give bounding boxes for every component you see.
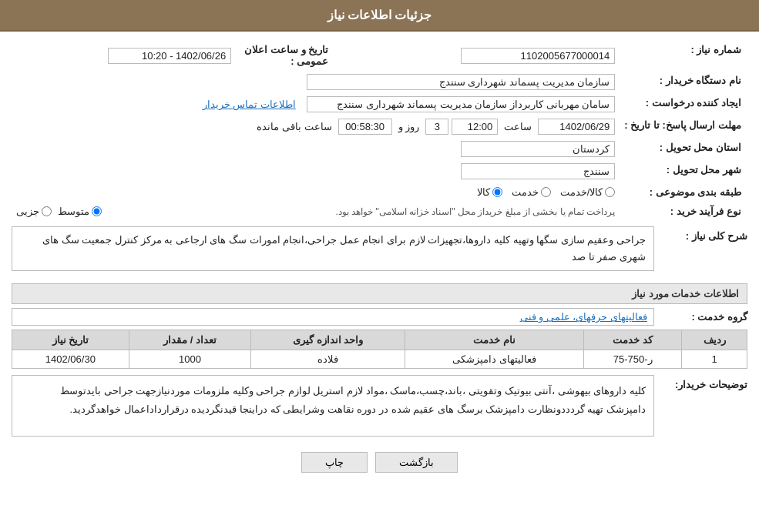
main-content: شماره نیاز : 1102005677000014 تاریخ و سا…: [0, 32, 759, 488]
announcement-date-value: 1402/06/26 - 10:20: [108, 48, 231, 64]
back-button[interactable]: بازگشت: [375, 452, 458, 473]
group-service-row: گروه خدمت : فعالیتهای حرفهای، علمی و فنی: [12, 308, 747, 326]
process-option-motavasset: متوسط: [58, 206, 102, 217]
table-cell-service_code: ر-750-75: [584, 350, 682, 369]
time-label: ساعت: [501, 121, 535, 132]
creator-value: سامان مهربانی کاربرداز سازمان مدیریت پسم…: [307, 96, 615, 112]
category-cell: کالا/خدمت خدمت کالا: [13, 183, 618, 201]
process-type-row: پرداخت تمام یا بخشی از مبلغ خریداز محل "…: [16, 206, 615, 217]
process-label-jozee: جزیی: [16, 206, 39, 217]
buyer-notes-row: توضیحات خریدار: کلیه داروهای بیهوشی ،آنت…: [12, 375, 747, 444]
category-radio-khedmat[interactable]: [541, 187, 551, 197]
response-days: 3: [425, 119, 448, 135]
services-table-section: ردیف کد خدمت نام خدمت واحد اندازه گیری ت…: [12, 330, 747, 369]
services-table: ردیف کد خدمت نام خدمت واحد اندازه گیری ت…: [12, 330, 747, 369]
creator-cell: سامان مهربانی کاربرداز سازمان مدیریت پسم…: [13, 94, 618, 115]
category-option-khedmat: خدمت: [512, 186, 551, 198]
services-section-title: اطلاعات خدمات مورد نیاز: [12, 283, 747, 304]
process-radio-motavasset[interactable]: [92, 206, 102, 216]
remaining-label: ساعت باقی مانده: [254, 121, 334, 132]
need-number-cell: 1102005677000014: [334, 41, 618, 70]
process-note: پرداخت تمام یا بخشی از مبلغ خریداز محل "…: [108, 206, 615, 217]
response-countdown: 00:58:30: [338, 119, 392, 135]
table-cell-quantity: 1000: [129, 350, 251, 369]
table-row: 1ر-750-75فعالیتهای دامپزشکیفلاده10001402…: [12, 350, 747, 369]
need-number-value: 1102005677000014: [461, 48, 615, 64]
process-cell: پرداخت تمام یا بخشی از مبلغ خریداز محل "…: [13, 202, 618, 220]
col-service-code: کد خدمت: [584, 330, 682, 350]
province-value: کردستان: [461, 141, 615, 157]
city-label: شهر محل تحویل :: [620, 161, 746, 182]
need-description-label: شرح کلی نیاز :: [659, 226, 747, 242]
buttons-row: بازگشت چاپ: [12, 452, 747, 473]
date-inline: 1402/06/29 ساعت 12:00 3 روز و 00:58:30 س…: [16, 119, 615, 135]
creator-label: ایجاد کننده درخواست :: [620, 94, 746, 115]
process-label-motavasset: متوسط: [58, 206, 89, 217]
table-cell-service_name: فعالیتهای دامپزشکی: [405, 350, 584, 369]
response-date: 1402/06/29: [538, 119, 615, 135]
process-radio-jozee[interactable]: [42, 206, 52, 216]
province-label: استان محل تحویل :: [620, 139, 746, 159]
days-label: روز و: [395, 121, 423, 132]
page-title: جزئیات اطلاعات نیاز: [327, 8, 432, 22]
category-label-kala-khedmat: کالا/خدمت: [560, 186, 603, 198]
need-number-label: شماره نیاز :: [620, 41, 746, 70]
print-button[interactable]: چاپ: [301, 452, 368, 473]
need-description-value: جراحی وعقیم سازی سگها وتهیه کلیه داروها،…: [42, 234, 646, 263]
city-value: سنندج: [461, 163, 615, 179]
buyer-notes-box: کلیه داروهای بیهوشی ،آنتی بیوتیک وتقویتی…: [12, 375, 654, 437]
need-description-row: شرح کلی نیاز : جراحی وعقیم سازی سگها وته…: [12, 226, 747, 277]
category-radio-kala-khedmat[interactable]: [605, 187, 615, 197]
category-option-kala-khedmat: کالا/خدمت: [560, 186, 616, 198]
main-info-table: شماره نیاز : 1102005677000014 تاریخ و سا…: [12, 39, 747, 222]
process-option-jozee: جزیی: [16, 206, 52, 217]
col-row-num: ردیف: [682, 330, 747, 350]
col-need-date: تاریخ نیاز: [12, 330, 129, 350]
table-cell-row_num: 1: [682, 350, 747, 369]
group-service-label: گروه خدمت :: [659, 311, 747, 323]
col-unit: واحد اندازه گیری: [251, 330, 405, 350]
col-quantity: تعداد / مقدار: [129, 330, 251, 350]
buyer-notes-value: کلیه داروهای بیهوشی ،آنتی بیوتیک وتقویتی…: [60, 385, 646, 414]
category-label-khedmat: خدمت: [512, 186, 539, 198]
table-cell-need_date: 1402/06/30: [12, 350, 129, 369]
buyer-org-value: سازمان مدیریت پسماند شهرداری سنندج: [307, 74, 615, 90]
city-cell: سنندج: [13, 161, 618, 182]
buyer-org-label: نام دستگاه خریدار :: [620, 72, 746, 92]
contact-info-link[interactable]: اطلاعات تماس خریدار: [203, 99, 296, 110]
buyer-org-cell: سازمان مدیریت پسماند شهرداری سنندج: [13, 72, 618, 92]
province-cell: کردستان: [13, 139, 618, 159]
category-radio-kala[interactable]: [492, 187, 502, 197]
date-cell: 1402/06/29 ساعت 12:00 3 روز و 00:58:30 س…: [13, 116, 618, 137]
col-service-name: نام خدمت: [405, 330, 584, 350]
process-label: نوع فرآیند خرید :: [620, 202, 746, 220]
need-description-box: جراحی وعقیم سازی سگها وتهیه کلیه داروها،…: [12, 226, 654, 271]
category-option-kala: کالا: [477, 186, 502, 198]
page-header: جزئیات اطلاعات نیاز: [0, 0, 759, 32]
category-label: طبقه بندی موضوعی :: [620, 183, 746, 201]
response-time: 12:00: [452, 119, 498, 135]
page-wrapper: جزئیات اطلاعات نیاز شماره نیاز : 1102005…: [0, 0, 759, 532]
group-service-value: فعالیتهای حرفهای، علمی و فنی: [12, 308, 654, 326]
table-cell-unit: فلاده: [251, 350, 405, 369]
date-label: مهلت ارسال پاسخ: تا تاریخ :: [620, 116, 746, 137]
announcement-date-label: تاریخ و ساعت اعلان عمومی :: [233, 41, 333, 70]
buyer-notes-label: توضیحات خریدار:: [659, 375, 747, 390]
category-label-kala: کالا: [477, 186, 490, 198]
category-radio-group: کالا/خدمت خدمت کالا: [16, 186, 615, 198]
announcement-date-cell: 1402/06/26 - 10:20: [13, 41, 231, 70]
